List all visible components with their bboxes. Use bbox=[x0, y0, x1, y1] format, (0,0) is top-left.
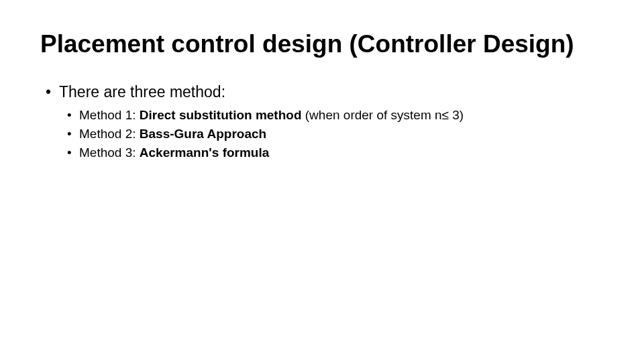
method-name: Ackermann's formula bbox=[140, 145, 270, 160]
intro-item: There are three method: Method 1: Direct… bbox=[59, 82, 604, 161]
method-prefix: Method 1: bbox=[79, 108, 140, 122]
slide: Placement control design (Controller Des… bbox=[0, 0, 644, 362]
methods-list: Method 1: Direct substitution method (wh… bbox=[59, 107, 604, 161]
list-item: Method 2: Bass-Gura Approach bbox=[79, 125, 604, 143]
main-list: There are three method: Method 1: Direct… bbox=[40, 82, 604, 161]
method-suffix: (when order of system n≤ 3) bbox=[305, 108, 464, 122]
list-item: Method 1: Direct substitution method (wh… bbox=[79, 107, 604, 124]
method-prefix: Method 2: bbox=[79, 127, 140, 141]
intro-text: There are three method: bbox=[59, 83, 225, 101]
slide-title: Placement control design (Controller Des… bbox=[40, 29, 604, 59]
method-name: Direct substitution method bbox=[140, 108, 305, 122]
list-item: Method 3: Ackermann's formula bbox=[79, 144, 604, 162]
method-prefix: Method 3: bbox=[79, 145, 140, 160]
method-name: Bass-Gura Approach bbox=[140, 127, 266, 141]
